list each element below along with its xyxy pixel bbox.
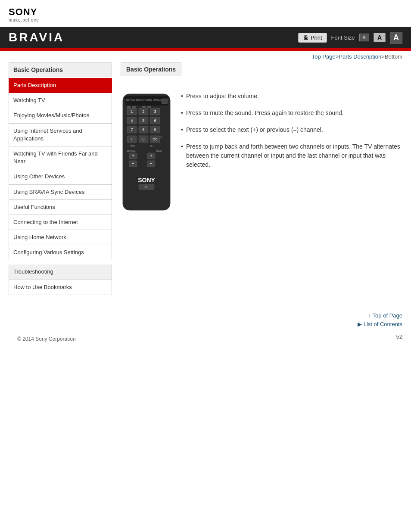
sidebar-item-watching-tv[interactable]: Watching TV <box>9 93 112 108</box>
sidebar-section-basic-operations[interactable]: Basic Operations <box>9 62 112 77</box>
breadcrumb-current: Bottom <box>385 53 402 60</box>
svg-rect-46 <box>132 106 136 108</box>
sidebar-gap <box>9 260 112 264</box>
svg-text:8: 8 <box>142 128 144 132</box>
sidebar-item-home-network[interactable]: Using Home Network <box>9 230 112 245</box>
top-bar: BRAVIA 🖶 Print Font Size A A A <box>0 27 411 48</box>
footer-links: Top of Page List of Contents <box>0 304 411 332</box>
svg-text:0: 0 <box>142 137 144 141</box>
font-small-button[interactable]: A <box>359 34 369 41</box>
svg-text:JUMP: JUMP <box>156 150 162 152</box>
print-label: Print <box>311 34 322 41</box>
svg-text:5: 5 <box>142 118 144 123</box>
header-controls: 🖶 Print Font Size A A A <box>298 32 402 44</box>
svg-text:1: 1 <box>131 109 133 114</box>
svg-text:TV: TV <box>145 186 149 189</box>
sidebar-item-configuring-settings[interactable]: Configuring Various Settings <box>9 245 112 260</box>
page-number: 52 <box>396 333 402 344</box>
svg-text:MUTING: MUTING <box>127 150 136 152</box>
svg-text:+: + <box>150 153 153 158</box>
main-layout: Basic Operations Parts Description Watch… <box>0 62 411 304</box>
list-of-contents-link[interactable]: List of Contents <box>358 321 402 327</box>
top-of-page-link[interactable]: Top of Page <box>368 312 402 319</box>
svg-rect-47 <box>142 106 146 108</box>
svg-text:+: + <box>132 153 134 158</box>
font-medium-button[interactable]: A <box>374 33 386 42</box>
svg-text:KEY PAD DISPLAY  GUIDE  i-MANU: KEY PAD DISPLAY GUIDE i-MANUAL <box>126 99 163 101</box>
bullet-item-1: Press to adjust the volume. <box>181 92 402 101</box>
bullet-item-3: Press to select the next (+) or previous… <box>181 125 402 134</box>
sidebar-item-bravia-sync[interactable]: Using BRAVIA Sync Devices <box>9 185 112 200</box>
svg-rect-4 <box>162 99 168 104</box>
font-large-button[interactable]: A <box>390 32 402 44</box>
sidebar-item-other-devices[interactable]: Using Other Devices <box>9 169 112 184</box>
svg-text:4: 4 <box>131 118 133 123</box>
svg-rect-45 <box>127 106 131 108</box>
sidebar-item-internet-services[interactable]: Using Internet Services and Applications <box>9 124 112 146</box>
bullet-item-4: Press to jump back and forth between two… <box>181 142 402 169</box>
breadcrumb-top-page[interactable]: Top Page <box>312 53 336 60</box>
sony-header: SONY make.believe <box>0 0 411 27</box>
svg-text:SONY: SONY <box>138 177 155 184</box>
breadcrumb-sep1: > <box>336 53 339 60</box>
svg-text:−: − <box>150 161 153 166</box>
sidebar-item-parts-description[interactable]: Parts Description <box>9 78 112 93</box>
svg-text:2: 2 <box>142 109 144 114</box>
content-area: Basic Operations KEY PAD DISPLAY GUIDE i… <box>121 62 402 295</box>
sidebar-item-useful-functions[interactable]: Useful Functions <box>9 200 112 215</box>
sidebar: Basic Operations Parts Description Watch… <box>9 62 112 295</box>
content-section-header: Basic Operations <box>121 62 181 76</box>
svg-text:9: 9 <box>154 128 156 132</box>
svg-text:7: 7 <box>131 128 133 132</box>
svg-rect-48 <box>147 106 151 108</box>
content-body: KEY PAD DISPLAY GUIDE i-MANUAL ? 1 2 3 4… <box>121 92 402 214</box>
copyright: © 2014 Sony Corporation <box>9 332 84 344</box>
sidebar-item-bookmarks[interactable]: How to Use Bookmarks <box>9 280 112 295</box>
sidebar-item-enjoying-movies[interactable]: Enjoying Movies/Music/Photos <box>9 108 112 123</box>
sony-logo: SONY <box>9 6 402 18</box>
breadcrumb-parts-description[interactable]: Parts Description <box>339 53 381 60</box>
bullet-item-2: Press to mute the sound. Press again to … <box>181 109 402 118</box>
sidebar-item-watching-tv-friends[interactable]: Watching TV with Friends Far and Near <box>9 146 112 169</box>
sidebar-item-troubleshooting[interactable]: Troubleshooting <box>9 264 112 280</box>
print-button[interactable]: 🖶 Print <box>298 33 327 43</box>
bullet-list: Press to adjust the volume. Press to mut… <box>181 92 402 177</box>
svg-text:3: 3 <box>154 109 156 114</box>
svg-text:•: • <box>131 137 132 141</box>
remote-svg: KEY PAD DISPLAY GUIDE i-MANUAL ? 1 2 3 4… <box>121 92 172 212</box>
sony-tagline: make.believe <box>9 18 402 22</box>
svg-text:6: 6 <box>154 118 156 123</box>
print-icon: 🖶 <box>303 34 308 41</box>
svg-text:−: − <box>132 161 134 166</box>
content-divider <box>121 83 402 83</box>
breadcrumb: Top Page > Parts Description > Bottom <box>0 51 411 62</box>
font-size-label: Font Size <box>331 34 355 41</box>
svg-text:VOL: VOL <box>130 145 136 147</box>
svg-text:CC: CC <box>153 137 158 141</box>
remote-control-image: KEY PAD DISPLAY GUIDE i-MANUAL ? 1 2 3 4… <box>121 92 172 214</box>
breadcrumb-sep2: > <box>381 53 385 60</box>
sidebar-item-connecting-internet[interactable]: Connecting to the Internet <box>9 215 112 230</box>
bravia-logo: BRAVIA <box>9 31 64 44</box>
svg-text:CH: CH <box>150 145 154 147</box>
